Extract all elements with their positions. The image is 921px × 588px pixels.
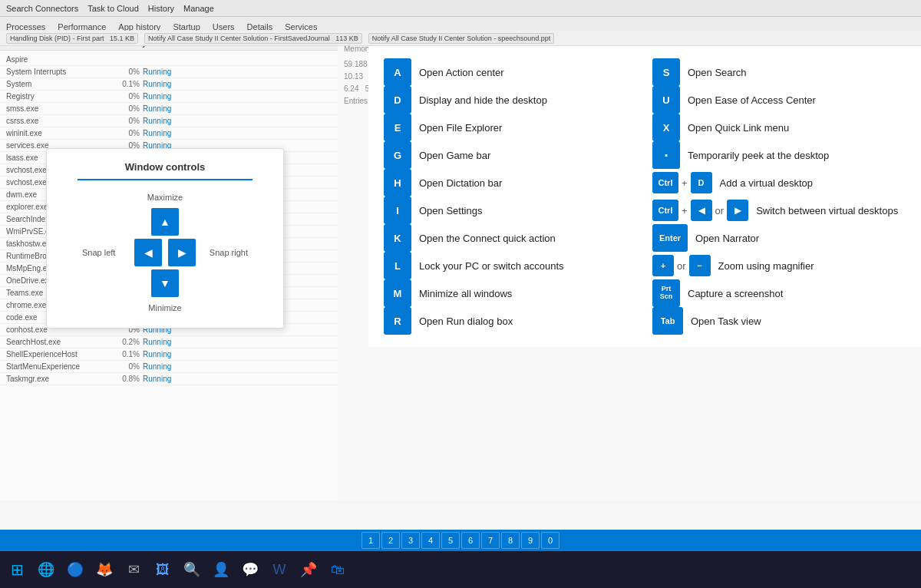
key-group-zoom: + or − [652, 255, 711, 276]
page-7[interactable]: 7 [481, 532, 500, 549]
plus-icon-1: + [682, 177, 688, 189]
taskbar-search[interactable]: 🔍 [178, 556, 206, 583]
page-4[interactable]: 4 [421, 532, 440, 549]
page-2[interactable]: 2 [381, 532, 400, 549]
shortcut-text-l: Lock your PC or switch accounts [419, 260, 564, 272]
key-group-x: X [652, 114, 680, 141]
table-row: smss.exe0%Running [0, 103, 338, 115]
shortcut-text-i: Open Settings [419, 205, 482, 216]
minimize-down-btn[interactable]: ▼ [151, 269, 179, 297]
page-3[interactable]: 3 [401, 532, 420, 549]
shortcut-item-ctrl-d: Ctrl + D Add a virtual desktop [652, 169, 906, 197]
shortcut-grid: A Open Action center D Display and hide … [384, 58, 906, 335]
key-badge-k: K [384, 224, 411, 252]
key-badge-d2: D [691, 172, 712, 193]
snap-left-btn[interactable]: ◀ [134, 239, 162, 266]
shortcut-item-x: X Open Quick Link menu [652, 114, 906, 141]
table-row: SearchHost.exe0.2%Running [0, 336, 338, 349]
shortcut-item-ctrl-arrow: Ctrl + ◀ or ▶ Switch between virtual des… [652, 197, 906, 224]
shortcut-text-d: Display and hide the desktop [419, 94, 547, 106]
bg-top-menu: Search Connectors Task to Cloud History … [0, 0, 921, 17]
table-row: Aspire [0, 54, 338, 66]
shortcut-text-s: Open Search [688, 67, 747, 78]
taskbar-people[interactable]: 👤 [207, 556, 235, 583]
shortcut-text-prtscn: Capture a screenshot [688, 288, 783, 299]
key-badge-x: X [652, 114, 680, 141]
shortcut-item-dot: · Temporarily peek at the desktop [652, 141, 906, 169]
shortcut-item-s: S Open Search [652, 58, 906, 86]
shortcut-item-enter: Enter Open Narrator [652, 224, 906, 252]
window-controls-title: Window controls [62, 161, 268, 173]
key-badge-i: I [384, 197, 411, 224]
shortcut-text-g: Open Game bar [419, 150, 490, 161]
key-group-g: G [384, 141, 411, 169]
shortcut-item-r: R Open Run dialog box [384, 307, 637, 335]
taskbar-edge[interactable]: 🌐 [32, 556, 60, 583]
key-badge-tab: Tab [652, 307, 683, 335]
snap-right-btn[interactable]: ▶ [168, 239, 196, 266]
key-badge-dot: · [652, 141, 680, 169]
bg-notifications: Handling Disk (PID) - First part 15.1 KB… [0, 31, 921, 46]
table-row: Registry0%Running [0, 91, 338, 103]
shortcut-text-enter: Open Narrator [695, 233, 759, 244]
page-0[interactable]: 0 [541, 532, 560, 549]
shortcut-item-i: I Open Settings [384, 197, 637, 224]
table-row: wininit.exe0%Running [0, 127, 338, 140]
shortcut-text-dot: Temporarily peek at the desktop [688, 150, 829, 161]
maximize-up-btn[interactable]: ▲ [151, 208, 179, 236]
page-number-bar: 1 2 3 4 5 6 7 8 9 0 [0, 530, 921, 551]
key-group-ctrl-d: Ctrl + D [652, 172, 712, 193]
taskbar-photos[interactable]: 🖼 [149, 556, 177, 583]
page-1[interactable]: 1 [361, 532, 380, 549]
taskbar-store[interactable]: 🛍 [324, 556, 352, 583]
key-group-i: I [384, 197, 411, 224]
taskbar: ⊞ 🌐 🔵 🦊 ✉ 🖼 🔍 👤 💬 W 📌 🛍 [0, 551, 921, 588]
taskbar-start[interactable]: ⊞ [3, 556, 31, 583]
shortcut-text-u: Open Ease of Access Center [688, 94, 816, 106]
page-8[interactable]: 8 [501, 532, 520, 549]
key-group-l: L [384, 252, 411, 279]
taskbar-sticky[interactable]: 📌 [295, 556, 322, 583]
wc-minimize-row: ▼ [99, 269, 231, 297]
or-text-2: or [677, 260, 686, 272]
taskbar-teams[interactable]: 💬 [236, 556, 264, 583]
notif-2: Notify All Case Study II Center Solution… [144, 33, 362, 44]
shortcut-item-a: A Open Action center [384, 58, 637, 86]
key-badge-prtscn: Prt Scn [652, 279, 680, 307]
key-badge-plus: + [652, 255, 674, 276]
shortcut-item-m: M Minimize all windows [384, 279, 637, 307]
key-badge-minus: − [689, 255, 711, 276]
table-row: StartMenuExperience0%Running [0, 361, 338, 373]
key-badge-ctrl2: Ctrl [652, 200, 678, 221]
or-text-1: or [715, 205, 725, 216]
key-badge-g: G [384, 141, 411, 169]
shortcut-text-r: Open Run dialog box [419, 315, 513, 327]
shortcut-item-k: K Open the Connect quick action [384, 224, 637, 252]
shortcut-col-right: S Open Search U Open Ease of Access Cent… [652, 58, 906, 335]
page-9[interactable]: 9 [521, 532, 540, 549]
shortcut-text-x: Open Quick Link menu [688, 122, 789, 134]
key-badge-left-arrow: ◀ [691, 200, 712, 221]
shortcut-overlay: A Open Action center D Display and hide … [368, 46, 921, 347]
shortcut-text-e: Open File Explorer [419, 122, 502, 134]
table-row: ShellExperienceHost0.1%Running [0, 349, 338, 361]
shortcut-item-e: E Open File Explorer [384, 114, 637, 141]
key-badge-right-arrow: ▶ [727, 200, 748, 221]
snap-right-label: Snap right [202, 248, 248, 257]
taskbar-chrome[interactable]: 🔵 [61, 556, 89, 583]
key-badge-d: D [384, 86, 411, 114]
key-group-enter: Enter [652, 224, 688, 252]
page-6[interactable]: 6 [461, 532, 480, 549]
window-controls-divider [78, 179, 253, 180]
taskbar-firefox[interactable]: 🦊 [91, 556, 118, 583]
table-row: csrss.exe0%Running [0, 115, 338, 127]
page-5[interactable]: 5 [441, 532, 460, 549]
key-group-prtscn: Prt Scn [652, 279, 680, 307]
taskbar-mail[interactable]: ✉ [120, 556, 147, 583]
taskbar-word[interactable]: W [266, 556, 293, 583]
shortcut-item-l: L Lock your PC or switch accounts [384, 252, 637, 279]
key-badge-enter: Enter [652, 224, 688, 252]
shortcut-text-ctrl-arrow: Switch between virtual desktops [756, 205, 898, 216]
key-group-s: S [652, 58, 680, 86]
minimize-label: Minimize [148, 303, 181, 312]
